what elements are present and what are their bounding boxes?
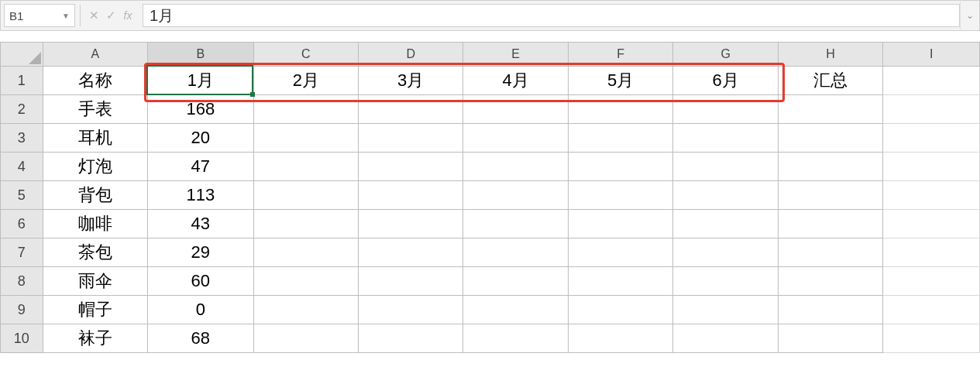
cell-E1[interactable]: 4月 (463, 67, 568, 95)
column-header-F[interactable]: F (568, 43, 672, 67)
cell-F6[interactable] (568, 210, 672, 238)
cell-H4[interactable] (778, 153, 882, 181)
cell-G10[interactable] (673, 324, 778, 353)
cell-D9[interactable] (359, 296, 463, 324)
cell-H8[interactable] (778, 267, 882, 296)
cell-F8[interactable] (568, 267, 672, 296)
cell-B7[interactable]: 29 (148, 238, 253, 267)
row-header-9[interactable]: 9 (1, 296, 43, 324)
column-header-H[interactable]: H (778, 43, 882, 67)
column-header-G[interactable]: G (673, 43, 778, 67)
cell-D1[interactable]: 3月 (359, 67, 463, 95)
insert-function-button[interactable]: fx (119, 5, 136, 26)
cell-G3[interactable] (673, 124, 778, 153)
cell-C1[interactable]: 2月 (253, 67, 358, 95)
cell-C3[interactable] (253, 124, 358, 153)
cell-D6[interactable] (359, 210, 463, 238)
column-header-A[interactable]: A (43, 43, 147, 67)
row-header-3[interactable]: 3 (1, 124, 43, 153)
cell-D2[interactable] (359, 95, 463, 124)
cell-B5[interactable]: 113 (148, 181, 253, 210)
cell-F1[interactable]: 5月 (568, 67, 672, 95)
cell-D8[interactable] (359, 267, 463, 296)
cell-E10[interactable] (463, 324, 568, 353)
cell-B8[interactable]: 60 (148, 267, 253, 296)
cell-G7[interactable] (673, 238, 778, 267)
cancel-button[interactable]: ✕ (85, 5, 102, 26)
column-header-C[interactable]: C (253, 43, 358, 67)
row-header-2[interactable]: 2 (1, 95, 43, 124)
cell-A3[interactable]: 耳机 (43, 124, 147, 153)
cell-A5[interactable]: 背包 (43, 181, 147, 210)
cell-B10[interactable]: 68 (148, 324, 253, 353)
row-header-5[interactable]: 5 (1, 181, 43, 210)
cell-G8[interactable] (673, 267, 778, 296)
row-header-10[interactable]: 10 (1, 324, 43, 353)
cell-I1[interactable] (883, 67, 980, 95)
cell-A4[interactable]: 灯泡 (43, 153, 147, 181)
cell-G6[interactable] (673, 210, 778, 238)
cell-H2[interactable] (778, 95, 882, 124)
column-header-I[interactable]: I (883, 43, 980, 67)
row-header-6[interactable]: 6 (1, 210, 43, 238)
cell-C6[interactable] (253, 210, 358, 238)
cell-F2[interactable] (568, 95, 672, 124)
cell-I8[interactable] (883, 267, 980, 296)
cell-G2[interactable] (673, 95, 778, 124)
cell-H5[interactable] (778, 181, 882, 210)
cell-A6[interactable]: 咖啡 (43, 210, 147, 238)
cell-D5[interactable] (359, 181, 463, 210)
cell-D10[interactable] (359, 324, 463, 353)
cell-D7[interactable] (359, 238, 463, 267)
cell-G1[interactable]: 6月 (673, 67, 778, 95)
column-header-D[interactable]: D (359, 43, 463, 67)
cell-A2[interactable]: 手表 (43, 95, 147, 124)
cell-B3[interactable]: 20 (148, 124, 253, 153)
cell-E4[interactable] (463, 153, 568, 181)
cell-F5[interactable] (568, 181, 672, 210)
cell-E5[interactable] (463, 181, 568, 210)
cell-C9[interactable] (253, 296, 358, 324)
cell-F7[interactable] (568, 238, 672, 267)
cell-C8[interactable] (253, 267, 358, 296)
cell-H9[interactable] (778, 296, 882, 324)
cell-I6[interactable] (883, 210, 980, 238)
cell-H3[interactable] (778, 124, 882, 153)
select-all-corner[interactable] (1, 43, 43, 67)
cell-G4[interactable] (673, 153, 778, 181)
cell-A1[interactable]: 名称 (43, 67, 147, 95)
cell-H7[interactable] (778, 238, 882, 267)
cell-I9[interactable] (883, 296, 980, 324)
cell-E3[interactable] (463, 124, 568, 153)
cell-F9[interactable] (568, 296, 672, 324)
cell-E2[interactable] (463, 95, 568, 124)
name-box[interactable]: B1 ▼ (4, 4, 75, 27)
cell-I3[interactable] (883, 124, 980, 153)
cell-F10[interactable] (568, 324, 672, 353)
cell-B9[interactable]: 0 (148, 296, 253, 324)
cell-H10[interactable] (778, 324, 882, 353)
cell-D3[interactable] (359, 124, 463, 153)
cell-B6[interactable]: 43 (148, 210, 253, 238)
cell-I7[interactable] (883, 238, 980, 267)
cell-A8[interactable]: 雨伞 (43, 267, 147, 296)
formula-input[interactable]: 1月 (143, 4, 960, 27)
expand-formula-bar-button[interactable]: ⌄ (960, 0, 979, 31)
cell-C2[interactable] (253, 95, 358, 124)
row-header-4[interactable]: 4 (1, 153, 43, 181)
row-header-8[interactable]: 8 (1, 267, 43, 296)
enter-button[interactable]: ✓ (102, 5, 119, 26)
cell-E8[interactable] (463, 267, 568, 296)
cell-I4[interactable] (883, 153, 980, 181)
cell-C5[interactable] (253, 181, 358, 210)
column-header-E[interactable]: E (463, 43, 568, 67)
column-header-B[interactable]: B (148, 43, 253, 67)
cell-F3[interactable] (568, 124, 672, 153)
row-header-1[interactable]: 1 (1, 67, 43, 95)
cell-A9[interactable]: 帽子 (43, 296, 147, 324)
cell-C10[interactable] (253, 324, 358, 353)
cell-E7[interactable] (463, 238, 568, 267)
cell-B2[interactable]: 168 (148, 95, 253, 124)
cell-I10[interactable] (883, 324, 980, 353)
cell-H6[interactable] (778, 210, 882, 238)
